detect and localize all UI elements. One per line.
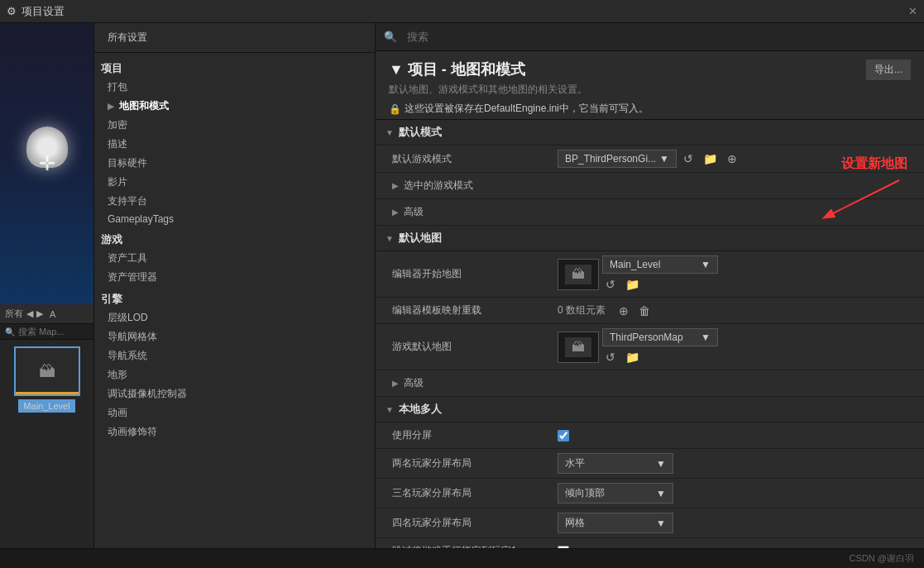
bottom-bar: CSDN @谢白羽 <box>0 548 924 568</box>
setting-label: 默认游戏模式 <box>392 152 558 166</box>
tree-item-label: 目标硬件 <box>108 156 147 170</box>
game-default-map-dropdown[interactable]: ThirdPersonMap ▼ <box>602 328 718 346</box>
reset-icon-button[interactable]: ↺ <box>680 150 697 167</box>
caret-icon: ▼ <box>701 259 711 270</box>
tree-item-anim-modifier[interactable]: 动画修饰符 <box>94 422 375 442</box>
map-preview-inner: 🏔 <box>565 265 591 284</box>
editor-preview-area: ✛ <box>0 23 93 304</box>
map-icon: 🏔 <box>572 267 585 282</box>
map-thumb-icon: 🏔 <box>39 362 55 381</box>
skip-gamepad-checkbox[interactable] <box>558 546 569 549</box>
tree-item-terrain[interactable]: 地形 <box>94 365 375 384</box>
search-icon: 🔍 <box>5 327 15 337</box>
setting-value: BP_ThirdPersonGi... ▼ ↺ 📁 ⊕ <box>558 150 914 168</box>
tree-item-nav-mesh[interactable]: 导航网格体 <box>94 327 375 346</box>
reset-map-icon-button[interactable]: ↺ <box>602 276 619 293</box>
editor-start-map-dropdown[interactable]: Main_Level ▼ <box>602 255 718 274</box>
4player-layout-dropdown[interactable]: 网格 ▼ <box>558 513 673 533</box>
tree-item-debug-camera[interactable]: 调试摄像机控制器 <box>94 384 375 403</box>
window-title: 项目设置 <box>22 4 65 19</box>
browse-icon-button[interactable]: 📁 <box>700 150 721 167</box>
setting-row-4player-layout: 四名玩家分屏布局 网格 ▼ <box>376 508 924 538</box>
export-button[interactable]: 导出... <box>866 60 911 80</box>
tree-item-encryption[interactable]: 加密 <box>94 116 375 135</box>
tree-item-label: 打包 <box>108 80 127 94</box>
tree-item-asset-manager[interactable]: 资产管理器 <box>94 268 375 287</box>
section-game: 游戏 <box>94 227 375 249</box>
tree-item-description[interactable]: 描述 <box>94 135 375 154</box>
section-local-multiplayer-toggle[interactable]: ▼ 本地多人 <box>376 397 924 422</box>
collapse-arrow-icon: ▼ <box>385 234 394 243</box>
setting-label: 四名玩家分屏布局 <box>392 516 558 530</box>
map-item-label[interactable]: Main_Level <box>18 399 74 413</box>
tree-item-target-hardware[interactable]: 目标硬件 <box>94 154 375 173</box>
forward-button[interactable]: ▶ <box>36 308 43 319</box>
arrow-icon: ▶ <box>108 102 114 111</box>
browse-game-map-button[interactable]: 📁 <box>622 349 643 365</box>
content-browser-items: 🏔 Main_Level <box>0 340 93 548</box>
setting-row-split-screen: 使用分屏 <box>376 422 924 449</box>
back-button[interactable]: ◀ <box>26 308 33 319</box>
setting-row-game-default-map: 游戏默认地图 🏔 ThirdPersonMap ▼ <box>376 324 924 370</box>
caret-icon-4: ▼ <box>656 488 666 499</box>
tree-item-packaging[interactable]: 打包 <box>94 78 375 97</box>
map-icon-2: 🏔 <box>572 340 585 355</box>
content-search-input[interactable] <box>18 327 89 337</box>
tree-item-nav-system[interactable]: 导航系统 <box>94 346 375 365</box>
settings-content-body: ▼ 默认模式 默认游戏模式 BP_ThirdPersonGi... ▼ ↺ 📁 … <box>376 120 924 548</box>
section-project: 项目 <box>94 56 375 78</box>
caret-icon: ▼ <box>659 153 669 165</box>
setting-row-advanced-mode[interactable]: ▶ 高级 <box>376 199 924 226</box>
content-header: ▼ 项目 - 地图和模式 默认地图、游戏模式和其他地图的相关设置。 🔒 这些设置… <box>376 51 924 120</box>
tree-item-maps-modes[interactable]: ▶ 地图和模式 <box>94 97 375 116</box>
map-preview-box: 🏔 <box>558 259 599 290</box>
setting-value: 🏔 Main_Level ▼ ↺ 📁 <box>558 255 914 293</box>
section-label: 默认地图 <box>399 231 442 246</box>
setting-value: 🏔 ThirdPersonMap ▼ ↺ 📁 <box>558 328 914 365</box>
section-engine: 引擎 <box>94 287 375 308</box>
setting-row-template-override: 编辑器模板映射重载 0 数组元素 ⊕ 🗑 <box>376 298 924 324</box>
tree-item-label: 层级LOD <box>108 311 148 325</box>
section-default-map-toggle[interactable]: ▼ 默认地图 <box>376 226 924 251</box>
tree-item-movies[interactable]: 影片 <box>94 173 375 192</box>
close-button[interactable]: ✕ <box>908 5 917 17</box>
main-content-area: 🔍 ▼ 项目 - 地图和模式 默认地图、游戏模式和其他地图的相关设置。 🔒 这些… <box>376 23 924 548</box>
map-preview-box-2: 🏔 <box>558 332 599 363</box>
all-settings-item[interactable]: 所有设置 <box>101 28 368 47</box>
default-game-mode-dropdown[interactable]: BP_ThirdPersonGi... ▼ <box>558 150 677 168</box>
settings-search-input[interactable] <box>402 28 916 45</box>
tree-item-animation[interactable]: 动画 <box>94 403 375 422</box>
all-label[interactable]: 所有 <box>5 308 23 320</box>
add-element-button[interactable]: ⊕ <box>615 303 632 319</box>
search-icon: 🔍 <box>384 31 397 43</box>
delete-element-button[interactable]: 🗑 <box>635 303 654 319</box>
tree-item-label: 资产工具 <box>108 251 147 265</box>
setting-row-advanced-map[interactable]: ▶ 高级 <box>376 370 924 397</box>
setting-label: 跳过将游戏手柄指定到玩家1 <box>392 544 558 548</box>
tree-item-gameplay-tags[interactable]: GameplayTags <box>94 211 375 227</box>
browse-map-icon-button[interactable]: 📁 <box>622 276 643 293</box>
section-default-mode-toggle[interactable]: ▼ 默认模式 <box>376 120 924 146</box>
split-screen-checkbox[interactable] <box>558 430 569 442</box>
3player-layout-dropdown[interactable]: 倾向顶部 ▼ <box>558 483 673 504</box>
tree-item-label: 调试摄像机控制器 <box>108 387 187 401</box>
clear-icon-button[interactable]: ⊕ <box>724 150 740 167</box>
settings-sidebar: 所有设置 项目 打包 ▶ 地图和模式 加密 描述 目标 <box>94 23 376 548</box>
setting-row-selected-mode[interactable]: ▶ 选中的游戏模式 <box>376 173 924 199</box>
reset-game-map-button[interactable]: ↺ <box>602 349 619 365</box>
setting-label: 三名玩家分屏布局 <box>392 486 558 500</box>
setting-row-3player-layout: 三名玩家分屏布局 倾向顶部 ▼ <box>376 479 924 508</box>
counter-display: 0 数组元素 <box>558 303 606 317</box>
tree-item-hlod[interactable]: 层级LOD <box>94 308 375 327</box>
setting-label: 游戏默认地图 <box>392 340 558 354</box>
map-thumbnail[interactable]: 🏔 <box>14 346 80 396</box>
setting-row-2player-layout: 两名玩家分屏布局 水平 ▼ <box>376 449 924 479</box>
tree-item-supported-platforms[interactable]: 支持平台 <box>94 192 375 211</box>
expand-icon: ▶ <box>392 181 399 190</box>
2player-layout-dropdown[interactable]: 水平 ▼ <box>558 453 673 474</box>
content-search-bar: 🔍 <box>376 23 924 51</box>
setting-row-default-game-mode: 默认游戏模式 BP_ThirdPersonGi... ▼ ↺ 📁 ⊕ <box>376 146 924 173</box>
warning-text: 🔒 这些设置被保存在DefaultEngine.ini中，它当前可写入。 <box>389 102 649 116</box>
tree-item-asset-tools[interactable]: 资产工具 <box>94 249 375 268</box>
editor-left-panel: ✛ 所有 ◀ ▶ A 🔍 🏔 Ma <box>0 23 94 548</box>
